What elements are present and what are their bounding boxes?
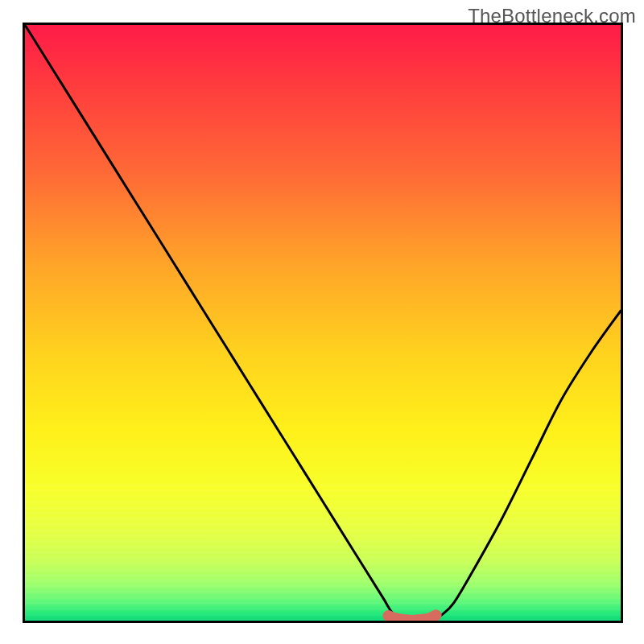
min-highlight-line	[388, 615, 436, 621]
chart-overlay	[25, 25, 621, 621]
plot-frame	[23, 23, 623, 623]
curve-line	[25, 25, 621, 621]
